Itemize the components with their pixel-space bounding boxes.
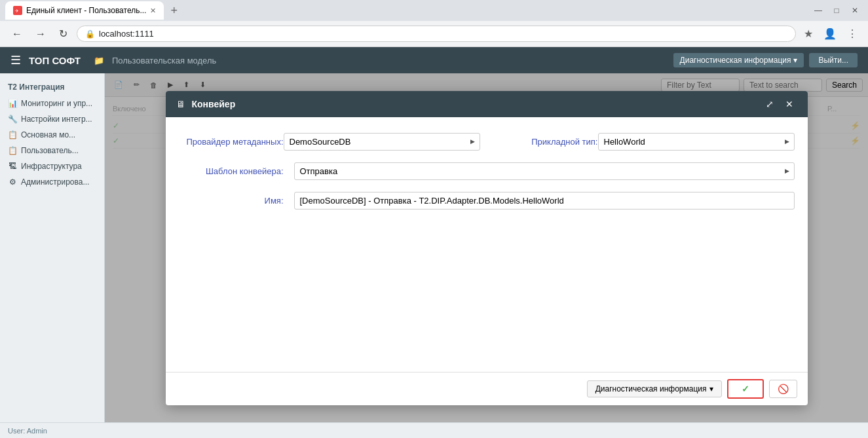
- dropdown-arrow-icon: ▾: [793, 56, 797, 65]
- template-select[interactable]: Отправка: [294, 162, 795, 180]
- template-label: Шаблон конвейера:: [179, 166, 284, 176]
- form-group-metadata: Провайдер метаданных: DemoSourceDB: [179, 133, 480, 151]
- modal-dialog: 🖥 Конвейер ⤢ ✕ Провайдер метаданных:: [166, 91, 808, 405]
- modal-icon: 🖥: [176, 99, 185, 109]
- url-bar[interactable]: 🔒 localhost:1111: [77, 26, 796, 42]
- logout-button[interactable]: Выйти...: [809, 53, 858, 67]
- svg-text:✈: ✈: [15, 9, 19, 13]
- sidebar-item-monitoring[interactable]: 📊 Мониторинг и упр...: [0, 96, 104, 111]
- sidebar: Т2 Интеграция 📊 Мониторинг и упр... 🔧 На…: [0, 73, 105, 422]
- sidebar-item-main-model[interactable]: 📋 Основная мо...: [0, 127, 104, 143]
- browser-tab[interactable]: ✈ Единый клиент - Пользователь... ✕: [5, 1, 164, 20]
- minimize-button[interactable]: —: [810, 3, 826, 18]
- form-row-name: Имя:: [179, 192, 795, 210]
- modal-maximize-button[interactable]: ⤢: [762, 98, 778, 111]
- forward-button[interactable]: →: [31, 26, 50, 43]
- tab-title: Единый клиент - Пользователь...: [26, 6, 146, 15]
- modal-header: 🖥 Конвейер ⤢ ✕: [166, 91, 808, 117]
- form-row-top: Провайдер метаданных: DemoSourceDB Прикл…: [179, 133, 795, 151]
- metadata-provider-select[interactable]: DemoSourceDB: [284, 133, 480, 151]
- form-group-apptype: Прикладной тип: HelloWorld: [493, 133, 795, 151]
- sidebar-section-t2: Т2 Интеграция: [0, 79, 104, 96]
- profile-icon[interactable]: 👤: [821, 25, 839, 43]
- browser-menu-icon[interactable]: ⋮: [844, 25, 860, 43]
- modal-title: Конвейер: [192, 99, 755, 109]
- window-controls: — □ ✕: [810, 3, 863, 18]
- lock-icon: 🔒: [85, 29, 95, 39]
- back-button[interactable]: ←: [8, 26, 26, 43]
- folder-icon: 📁: [94, 56, 104, 65]
- sidebar-item-user-model[interactable]: 📋 Пользователь...: [0, 143, 104, 158]
- main-content: 📄 ✏ 🗑 ▶ ⬆ ⬇ Search Включено Р... ✓: [105, 73, 868, 422]
- url-text: localhost:1111: [99, 29, 787, 39]
- maximize-button[interactable]: □: [829, 3, 844, 18]
- name-label: Имя:: [179, 196, 284, 206]
- cancel-icon: 🚫: [778, 384, 789, 394]
- monitoring-icon: 📊: [8, 99, 17, 108]
- sidebar-item-admin[interactable]: ⚙ Администрирова...: [0, 174, 104, 190]
- page-title: Пользовательская модель: [112, 56, 216, 65]
- refresh-button[interactable]: ↻: [55, 25, 71, 43]
- browser-controls: ← → ↻ 🔒 localhost:1111 ★ 👤 ⋮: [0, 21, 868, 47]
- confirm-checkmark-icon: ✓: [742, 384, 749, 394]
- modal-header-buttons: ⤢ ✕: [762, 98, 797, 111]
- diagnostics-dropdown-button[interactable]: Диагностическая информация ▾: [673, 53, 804, 67]
- bookmark-icon[interactable]: ★: [801, 25, 816, 43]
- name-input[interactable]: [294, 192, 795, 210]
- sidebar-item-settings[interactable]: 🔧 Настройки интегр...: [0, 111, 104, 127]
- admin-icon: ⚙: [8, 177, 17, 187]
- template-select-wrapper: Отправка: [294, 162, 795, 180]
- tab-favicon: ✈: [13, 6, 22, 15]
- form-row-template: Шаблон конвейера: Отправка: [179, 162, 795, 180]
- app-header: ☰ ТОП СОФТ 📁 Пользовательская модель Диа…: [0, 47, 868, 73]
- close-button[interactable]: ✕: [847, 3, 863, 18]
- footer-diagnostics-button[interactable]: Диагностическая информация ▾: [587, 380, 722, 397]
- modal-close-button[interactable]: ✕: [782, 98, 797, 111]
- status-bar: User: Admin: [0, 422, 868, 438]
- metadata-provider-select-wrapper: DemoSourceDB: [284, 133, 480, 151]
- modal-body: Провайдер метаданных: DemoSourceDB Прикл…: [166, 117, 808, 372]
- status-user-label: User: Admin: [8, 427, 47, 435]
- user-model-icon: 📋: [8, 146, 17, 155]
- hamburger-menu-icon[interactable]: ☰: [10, 53, 21, 67]
- footer-confirm-button[interactable]: ✓: [727, 379, 764, 399]
- sidebar-item-infrastructure[interactable]: 🏗 Инфраструктура: [0, 158, 104, 174]
- metadata-provider-label: Провайдер метаданных:: [179, 137, 284, 147]
- infrastructure-icon: 🏗: [8, 162, 17, 171]
- tab-close-icon[interactable]: ✕: [150, 7, 156, 15]
- modal-footer: Диагностическая информация ▾ ✓ 🚫: [166, 372, 808, 405]
- footer-dropdown-arrow-icon: ▾: [709, 384, 713, 393]
- footer-cancel-button[interactable]: 🚫: [769, 380, 797, 398]
- application-type-select-wrapper: HelloWorld: [598, 133, 795, 151]
- application-type-label: Прикладной тип:: [493, 137, 598, 147]
- application-type-select[interactable]: HelloWorld: [598, 133, 795, 151]
- browser-titlebar: ✈ Единый клиент - Пользователь... ✕ + — …: [0, 0, 868, 21]
- app-title: ТОП СОФТ: [29, 55, 81, 66]
- settings-icon: 🔧: [8, 115, 17, 124]
- main-model-icon: 📋: [8, 130, 17, 139]
- modal-overlay: 🖥 Конвейер ⤢ ✕ Провайдер метаданных:: [105, 73, 868, 422]
- new-tab-button[interactable]: +: [166, 4, 181, 18]
- header-right-controls: Диагностическая информация ▾ Выйти...: [673, 53, 858, 67]
